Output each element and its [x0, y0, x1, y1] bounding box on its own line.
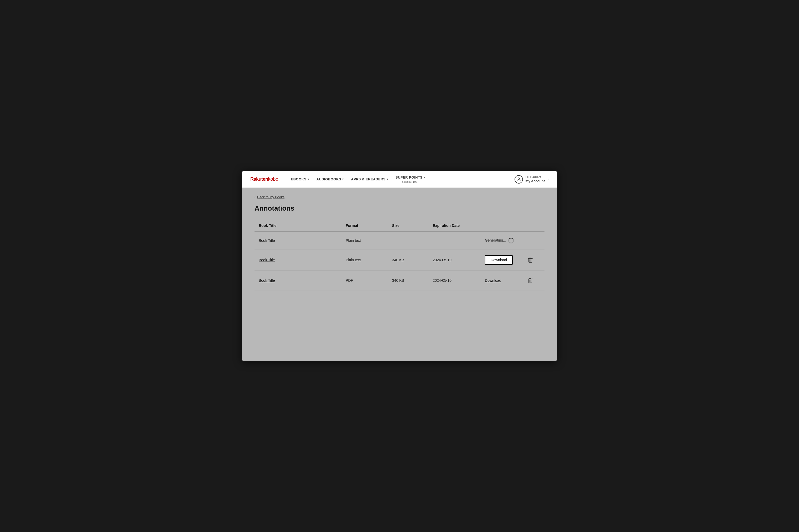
delete-cell: [521, 232, 545, 249]
account-menu[interactable]: Hi, Barbara My Account ▾: [515, 175, 549, 184]
col-header-size: Size: [388, 220, 429, 232]
table-row: Book Title Plain text 340 KB 2024-05-10 …: [254, 249, 545, 271]
col-header-delete: [521, 220, 545, 232]
trash-icon: [528, 278, 533, 283]
book-title-cell: Book Title: [254, 232, 341, 249]
breadcrumb: ‹ Back to My Books: [254, 195, 545, 199]
book-title-cell: Book Title: [254, 249, 341, 271]
expiration-cell: 2024-05-10: [429, 271, 481, 290]
nav-audiobooks[interactable]: AUDIOBOOKS ▾: [313, 175, 347, 183]
col-header-title: Book Title: [254, 220, 341, 232]
svg-point-0: [518, 178, 519, 179]
back-to-my-books-link[interactable]: Back to My Books: [257, 195, 284, 199]
page-title: Annotations: [254, 204, 545, 212]
main-nav: eBOOKS ▾ AUDIOBOOKS ▾ APPS & eREADERS ▾ …: [288, 173, 515, 185]
size-cell: [388, 232, 429, 249]
nav-ebooks[interactable]: eBOOKS ▾: [288, 175, 312, 183]
book-title-link[interactable]: Book Title: [259, 258, 275, 262]
chevron-down-icon: ▾: [308, 178, 309, 180]
chevron-left-icon: ‹: [254, 195, 255, 199]
account-icon: [515, 175, 523, 184]
logo-kobo: kobo: [268, 176, 279, 182]
chevron-down-icon: ▾: [424, 176, 425, 179]
book-title-link[interactable]: Book Title: [259, 278, 275, 283]
logo-rakuten: Rakuten: [250, 176, 268, 182]
book-title-link[interactable]: Book Title: [259, 239, 275, 243]
table-header: Book Title Format Size Expiration Date: [254, 220, 545, 232]
delete-button[interactable]: [526, 256, 535, 264]
book-title-cell: Book Title: [254, 271, 341, 290]
format-cell: PDF: [341, 271, 388, 290]
delete-cell: [521, 271, 545, 290]
generating-status: Generating...: [485, 238, 506, 242]
chevron-down-icon: ▾: [387, 178, 388, 180]
action-cell: Download: [481, 271, 521, 290]
nav-apps[interactable]: APPS & eREADERS ▾: [348, 175, 391, 183]
account-text: Hi, Barbara My Account: [526, 175, 545, 183]
size-cell: 340 KB: [388, 249, 429, 271]
logo[interactable]: Rakuten kobo: [250, 176, 279, 182]
col-header-format: Format: [341, 220, 388, 232]
action-cell: Download: [481, 249, 521, 271]
nav-superpoints[interactable]: SUPER POINTS ▾ Balance: 1927: [393, 173, 428, 185]
table-row: Book Title Plain text Generating...: [254, 232, 545, 249]
delete-button[interactable]: [526, 277, 535, 284]
loading-spinner: [508, 238, 514, 243]
svg-rect-1: [529, 259, 532, 262]
size-cell: 340 KB: [388, 271, 429, 290]
header: Rakuten kobo eBOOKS ▾ AUDIOBOOKS ▾ APPS …: [242, 171, 557, 188]
format-cell: Plain text: [341, 249, 388, 271]
trash-icon: [528, 257, 533, 263]
annotations-table: Book Title Format Size Expiration Date B…: [254, 220, 545, 290]
chevron-down-icon: ▾: [342, 178, 344, 180]
expiration-cell: 2024-05-10: [429, 249, 481, 271]
chevron-down-icon: ▾: [547, 178, 549, 180]
delete-cell: [521, 249, 545, 271]
action-cell: Generating...: [481, 232, 521, 249]
expiration-cell: [429, 232, 481, 249]
page-frame: Rakuten kobo eBOOKS ▾ AUDIOBOOKS ▾ APPS …: [242, 171, 557, 361]
col-header-action: [481, 220, 521, 232]
download-button[interactable]: Download: [485, 255, 513, 265]
download-link[interactable]: Download: [485, 278, 501, 283]
format-cell: Plain text: [341, 232, 388, 249]
table-row: Book Title PDF 340 KB 2024-05-10 Downloa…: [254, 271, 545, 290]
col-header-expiration: Expiration Date: [429, 220, 481, 232]
main-content: ‹ Back to My Books Annotations Book Titl…: [242, 188, 557, 361]
svg-rect-4: [529, 279, 532, 283]
